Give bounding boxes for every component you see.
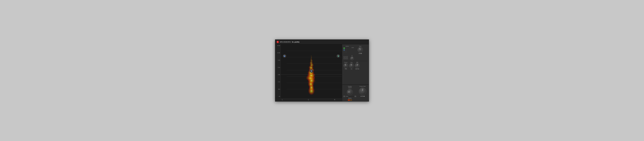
color-block-orange[interactable] [350, 100, 352, 100]
brand-name: BRAINWORX [280, 41, 291, 43]
freq-label-1: 20.0k [276, 45, 280, 46]
focus-value: 75% [345, 68, 347, 70]
freq-label-5: 3.8k [276, 74, 280, 75]
svg-point-17 [308, 80, 309, 80]
q-knob[interactable] [350, 56, 354, 60]
freq-val-display: 0.3 [356, 62, 358, 63]
band2-active-led[interactable] [344, 49, 345, 51]
display-speed-label-2: Speed [348, 87, 352, 88]
band3-solo-led[interactable] [345, 51, 347, 52]
svg-point-22 [314, 84, 314, 84]
freq-value: 3.2k Hz [355, 68, 359, 70]
display-speed-label-1: Display [348, 86, 352, 87]
spectrum-viz [281, 44, 342, 98]
focus-label: Focus [344, 62, 347, 63]
header-bar: ♥ BRAINWORX bx_panEQ [275, 40, 369, 44]
label-right: R [334, 99, 335, 100]
speed-plus-btn[interactable]: + [354, 96, 356, 97]
pan-knob[interactable] [349, 63, 354, 68]
output-gain-knob[interactable] [359, 88, 366, 95]
logo-icon: ♥ [277, 41, 278, 43]
active-col-header: Active [344, 46, 351, 47]
band1-btn1[interactable] [344, 56, 346, 58]
svg-point-16 [313, 76, 313, 76]
output-gain-value: +0.6 dB [360, 96, 365, 97]
freq-labels: 20.0k 13.8k 9.3k 6.1k 3.8k 2.1k 900 40 [275, 44, 281, 98]
freq-label-6: 2.1k [276, 81, 280, 82]
display-speed-value: 32 % [348, 98, 351, 99]
freq-knob-wrap: 0.3 3.2k Hz [355, 62, 360, 70]
spectrum-display[interactable]: 20.0k 13.8k 9.3k 6.1k 3.8k 2.1k 900 40 [275, 44, 342, 98]
label-center: C [308, 99, 309, 100]
display-speed-section: Display Speed − + 32 % [344, 86, 356, 100]
band1-btn2[interactable] [346, 56, 348, 58]
svg-point-14 [311, 55, 312, 57]
freq-label-3: 9.3k [276, 60, 280, 61]
pan-value: 1 L [351, 68, 352, 70]
focus-knob-wrap: Focus 75% [344, 62, 348, 70]
band2-btn1[interactable] [344, 58, 346, 59]
svg-point-21 [309, 86, 309, 86]
color-strip [348, 100, 352, 100]
q-label: Q [352, 55, 352, 56]
bottom-labels: L C R [275, 98, 342, 102]
gain-knob[interactable] [358, 47, 363, 52]
focus-pan-row: Focus 75% Pan 1 L [344, 62, 368, 70]
display-speed-slider[interactable] [346, 96, 354, 97]
pan-label: Pan [350, 62, 352, 63]
band3-active-led[interactable] [344, 51, 345, 52]
spectrum-knob-right[interactable] [336, 54, 340, 58]
freq-label-4: 6.1k [276, 67, 280, 68]
svg-point-27 [309, 67, 310, 68]
brainworx-logo: ♥ [276, 41, 279, 43]
svg-point-18 [314, 78, 314, 78]
color-block-red[interactable] [348, 100, 350, 100]
speed-minus-btn[interactable]: − [344, 96, 345, 97]
svg-point-15 [310, 78, 310, 79]
band2-btn2[interactable] [346, 58, 348, 59]
svg-point-19 [308, 82, 308, 82]
spectrum-knob-left[interactable] [283, 54, 286, 58]
gain-value: -8.4dB [358, 53, 362, 54]
svg-point-28 [313, 65, 314, 66]
output-gain-section: Output Gain +0.6 dB [358, 86, 368, 100]
svg-point-24 [315, 81, 316, 82]
display-speed-knob[interactable] [347, 89, 353, 95]
band1-solo-led[interactable] [345, 48, 347, 49]
spectrum-panel: 20.0k 13.8k 9.3k 6.1k 3.8k 2.1k 900 40 [275, 44, 342, 102]
control-panel: Active [342, 44, 369, 102]
eq-section: Active [342, 44, 369, 84]
freq-knob[interactable] [355, 63, 360, 68]
freq-label-2: 13.8k [276, 52, 280, 54]
solo-col-header: Solo [352, 47, 354, 48]
main-content: 20.0k 13.8k 9.3k 6.1k 3.8k 2.1k 900 40 [275, 44, 369, 102]
freq-label-8: 40 [276, 96, 280, 97]
plugin-window: ♥ BRAINWORX bx_panEQ 20.0k 13.8k 9.3k 6.… [275, 40, 369, 102]
svg-point-23 [307, 88, 307, 88]
band2-solo-led[interactable] [345, 49, 347, 51]
gain-col-header: Gain [359, 46, 362, 47]
output-gain-label: Output Gain [360, 86, 366, 87]
spectrum-knob-center[interactable] [310, 69, 313, 73]
pan-knob-wrap: Pan 1 L [349, 62, 354, 70]
freq-label-7: 900 [276, 89, 280, 90]
plugin-name: bx_panEQ [292, 41, 300, 43]
label-left: L [282, 99, 283, 100]
display-speed-slider-row: − + [344, 96, 356, 97]
bottom-section: Display Speed − + 32 % [342, 84, 369, 102]
band1-active-led[interactable] [344, 48, 345, 49]
focus-knob[interactable] [344, 63, 348, 68]
